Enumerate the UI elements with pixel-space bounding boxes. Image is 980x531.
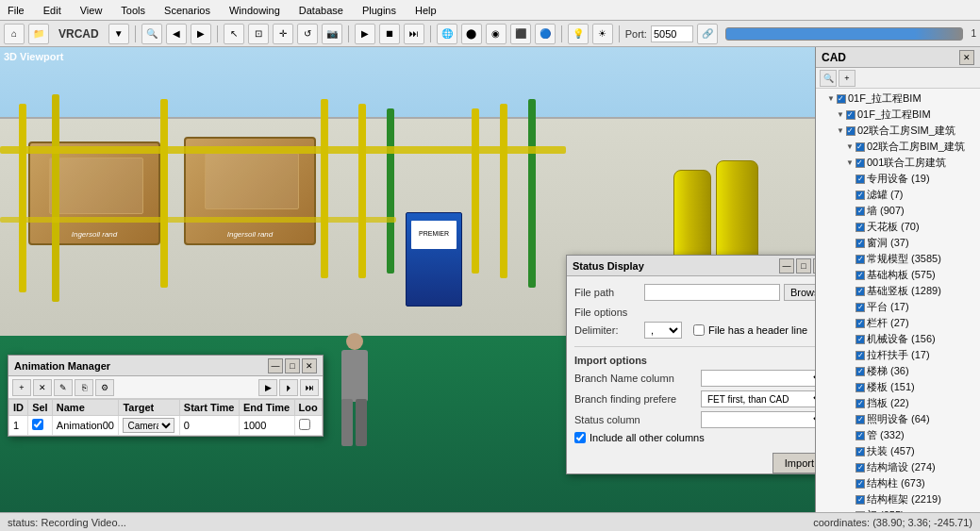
header-checkbox[interactable]	[693, 324, 705, 336]
checkbox[interactable]: ✓	[837, 94, 846, 104]
toolbar-circle-btn[interactable]: ⬤	[461, 24, 482, 44]
anim-settings-btn[interactable]: ⚙	[95, 379, 114, 396]
tree-item[interactable]: ✓ 滤罐 (7)	[818, 187, 978, 203]
toolbar-sphere-btn[interactable]: 🔵	[535, 24, 556, 44]
checkbox[interactable]: ✓	[855, 383, 865, 392]
cad-close-btn[interactable]: ✕	[959, 50, 974, 65]
tree-item[interactable]: ▼ ✓ 01F_拉工程BIM	[818, 107, 978, 123]
toolbar-rotate-btn[interactable]: ↺	[297, 24, 318, 44]
checkbox[interactable]: ✓	[855, 335, 865, 344]
checkbox[interactable]: ✓	[855, 158, 865, 168]
tree-item[interactable]: ▼ ✓ 01F_拉工程BIM	[818, 91, 978, 107]
toolbar-open-btn[interactable]: 📁	[28, 24, 49, 44]
checkbox[interactable]: ✓	[855, 174, 865, 184]
toolbar-stop-btn[interactable]: ⏹	[379, 24, 400, 44]
status-col-select[interactable]	[701, 411, 815, 428]
checkbox[interactable]: ✓	[855, 191, 865, 200]
anim-play-btn[interactable]: ▶	[258, 379, 277, 396]
delimiter-select[interactable]: , ; Tab	[644, 322, 682, 339]
tree-item[interactable]: ✓ 管 (332)	[818, 427, 978, 443]
port-input[interactable]	[651, 25, 693, 42]
checkbox[interactable]: ✓	[855, 142, 865, 152]
checkbox[interactable]: ✓	[855, 511, 865, 513]
tree-item[interactable]: ✓ 专用设备 (19)	[818, 171, 978, 187]
menu-windowing[interactable]: Windowing	[225, 3, 284, 18]
cad-add-btn[interactable]: +	[839, 70, 855, 87]
checkbox[interactable]: ✓	[855, 287, 865, 296]
cad-search-btn[interactable]: 🔍	[820, 70, 837, 87]
toolbar-end-btn[interactable]: ⏭	[404, 24, 424, 44]
menu-scenarios[interactable]: Scenarios	[160, 3, 214, 18]
anim-play2-btn[interactable]: ⏵	[279, 379, 298, 396]
tree-item[interactable]: ✓ 结构墙设 (274)	[818, 459, 978, 475]
menu-database[interactable]: Database	[295, 3, 347, 18]
cell-loop[interactable]	[294, 416, 322, 436]
include-checkbox[interactable]	[574, 432, 586, 443]
toolbar-connect-btn[interactable]: 🔗	[697, 24, 718, 44]
tree-item[interactable]: ✓ 平台 (17)	[818, 299, 978, 315]
toolbar-circle2-btn[interactable]: ◉	[486, 24, 507, 44]
import-button[interactable]: Import	[772, 453, 815, 473]
tree-item[interactable]: ✓ 窗洞 (37)	[818, 235, 978, 251]
toolbar-select-btn[interactable]: ⊡	[248, 24, 269, 44]
toolbar-play-btn[interactable]: ▶	[355, 24, 375, 44]
toolbar-dropdown-btn[interactable]: ▼	[108, 24, 129, 44]
tree-item[interactable]: ▼ ✓ 02联合工房BIM_建筑	[818, 139, 978, 155]
status-minimize-btn[interactable]: —	[779, 258, 794, 274]
toolbar-move-btn[interactable]: ✛	[273, 24, 293, 44]
branch-finding-select[interactable]: FET first, than CAD	[701, 390, 815, 407]
tree-item[interactable]: ▼ ✓ 001联合工房建筑	[818, 155, 978, 171]
anim-minimize-btn[interactable]: —	[268, 358, 283, 373]
status-close-btn[interactable]: ✕	[813, 258, 815, 274]
cell-sel[interactable]	[28, 416, 53, 436]
checkbox[interactable]: ✓	[855, 271, 865, 280]
anim-close-btn[interactable]: ✕	[302, 358, 317, 373]
toolbar-back-btn[interactable]: ◀	[166, 24, 187, 44]
tree-item[interactable]: ✓ 门 (255)	[818, 507, 978, 512]
checkbox[interactable]: ✓	[855, 399, 865, 408]
tree-item[interactable]: ✓ 常规模型 (3585)	[818, 251, 978, 267]
checkbox[interactable]: ✓	[855, 303, 865, 312]
checkbox[interactable]: ✓	[855, 463, 865, 473]
checkbox[interactable]: ✓	[846, 110, 855, 120]
tree-item[interactable]: ✓ 栏杆 (27)	[818, 315, 978, 331]
checkbox[interactable]: ✓	[855, 351, 865, 360]
tree-item[interactable]: ✓ 结构柱 (673)	[818, 475, 978, 491]
tree-item[interactable]: ✓ 照明设备 (64)	[818, 411, 978, 427]
checkbox[interactable]: ✓	[855, 495, 865, 505]
tree-item[interactable]: ✓ 基础竖板 (1289)	[818, 283, 978, 299]
file-path-input[interactable]	[644, 284, 780, 301]
checkbox[interactable]: ✓	[855, 479, 865, 489]
anim-maximize-btn[interactable]: □	[285, 358, 300, 373]
tree-item[interactable]: ✓ 挡板 (22)	[818, 395, 978, 411]
toolbar-light-btn[interactable]: 💡	[568, 24, 589, 44]
tree-item[interactable]: ▼ ✓ 02联合工房SIM_建筑	[818, 123, 978, 139]
checkbox[interactable]: ✓	[855, 207, 865, 216]
checkbox[interactable]: ✓	[855, 319, 865, 328]
tree-item[interactable]: ✓ 拉杆扶手 (17)	[818, 347, 978, 363]
cell-target[interactable]: Camera	[119, 416, 179, 436]
checkbox[interactable]: ✓	[855, 415, 865, 424]
checkbox[interactable]: ✓	[855, 367, 865, 376]
toolbar-zoom-out[interactable]: 🔍	[141, 24, 162, 44]
checkbox[interactable]: ✓	[855, 447, 865, 456]
tree-item[interactable]: ✓ 扶装 (457)	[818, 443, 978, 459]
menu-edit[interactable]: Edit	[40, 3, 65, 18]
anim-delete-btn[interactable]: ✕	[33, 379, 52, 396]
checkbox[interactable]: ✓	[855, 431, 865, 440]
toolbar-cube-btn[interactable]: ⬛	[510, 24, 531, 44]
checkbox[interactable]: ✓	[855, 255, 865, 264]
tree-item[interactable]: ✓ 墙 (907)	[818, 203, 978, 219]
anim-add-btn[interactable]: +	[12, 379, 31, 396]
anim-stop2-btn[interactable]: ⏭	[300, 379, 319, 396]
anim-copy-btn[interactable]: ⎘	[75, 379, 93, 396]
checkbox[interactable]: ✓	[855, 239, 865, 248]
toolbar-sun-btn[interactable]: ☀	[592, 24, 613, 44]
toolbar-cursor-btn[interactable]: ↖	[224, 24, 244, 44]
checkbox[interactable]: ✓	[846, 126, 855, 136]
tree-item[interactable]: ✓ 基础构板 (575)	[818, 267, 978, 283]
toolbar-home-btn[interactable]: ⌂	[4, 24, 25, 44]
menu-help[interactable]: Help	[411, 3, 440, 18]
tree-item[interactable]: ✓ 楼板 (151)	[818, 379, 978, 395]
tree-item[interactable]: ✓ 结构框架 (2219)	[818, 491, 978, 507]
